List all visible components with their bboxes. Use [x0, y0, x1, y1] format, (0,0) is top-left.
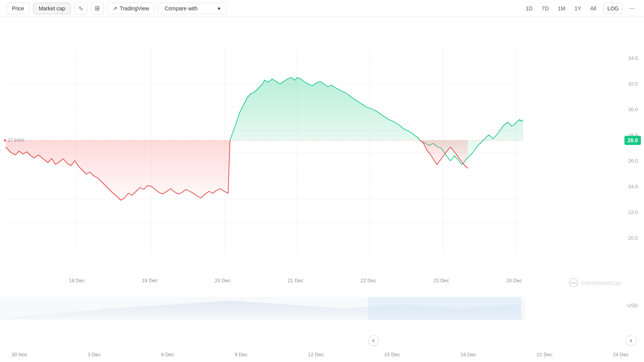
ref-price-dot — [4, 139, 6, 142]
bottom-date-3dec: 3 Dec — [88, 352, 101, 357]
price-chart-svg — [0, 17, 644, 362]
time-range-buttons: 1D 7D 1M 1Y All — [522, 3, 600, 13]
bottom-date-9dec: 9 Dec — [235, 352, 248, 357]
date-label-23dec: 23 Dec — [434, 278, 449, 283]
watermark-text: CoinMarketCap — [581, 280, 621, 286]
pause-icon-left: ⏸ — [371, 339, 375, 343]
svg-text:CMC: CMC — [570, 281, 578, 285]
currency-label: USD — [628, 303, 638, 308]
bottom-date-21dec-bottom: 21 Dec — [537, 352, 552, 357]
time-7d-btn[interactable]: 7D — [538, 3, 552, 13]
bottom-timeline-labels: 30 Nov 3 Dec 6 Dec 9 Dec 12 Dec 15 Dec 1… — [0, 352, 636, 357]
ref-price-value: 27.8466 — [8, 138, 24, 143]
candle-chart-btn[interactable]: ⊞ — [90, 2, 104, 15]
compare-label: Compare with — [164, 5, 197, 12]
line-chart-btn[interactable]: ∿ — [74, 2, 87, 15]
market-cap-tab[interactable]: Market cap — [33, 3, 71, 14]
date-label-20dec: 20 Dec — [215, 278, 230, 283]
y-label-32: 32.0 — [628, 81, 638, 87]
chart-toolbar: Price Market cap ∿ ⊞ ↗ TradingView Compa… — [0, 0, 644, 17]
cmc-logo-icon: CMC — [569, 278, 578, 287]
price-tab[interactable]: Price — [6, 3, 30, 14]
y-label-30: 30.0 — [628, 107, 638, 112]
y-axis-labels: 34.0 32.0 30.0 28.0 26.0 24.0 22.0 20.0 — [628, 55, 638, 241]
bottom-date-24dec-bottom: 24 Dec — [613, 352, 629, 357]
bottom-date-6dec: 6 Dec — [161, 352, 174, 357]
tradingview-btn[interactable]: ↗ TradingView — [107, 3, 155, 14]
current-price-badge: 28.0 — [624, 136, 641, 145]
pause-icon-right: ⏸ — [629, 339, 633, 343]
x-axis-labels: 18 Dec 19 Dec 20 Dec 21 Dec 22 Dec 23 De… — [0, 278, 525, 283]
bottom-date-30nov: 30 Nov — [12, 352, 27, 357]
y-label-24: 24.0 — [628, 184, 638, 189]
time-1d-btn[interactable]: 1D — [522, 3, 536, 13]
date-label-21dec: 21 Dec — [288, 278, 303, 283]
y-label-22: 22.0 — [628, 209, 638, 215]
tradingview-icon: ↗ — [113, 5, 117, 12]
chevron-down-icon: ▾ — [218, 5, 220, 12]
bottom-date-15dec: 15 Dec — [384, 352, 400, 357]
date-label-24dec: 24 Dec — [506, 278, 522, 283]
ref-price-label: 27.8466 — [4, 138, 24, 143]
more-options-btn[interactable]: ··· — [626, 2, 638, 14]
date-label-19dec: 19 Dec — [142, 278, 158, 283]
chart-container: 27.8466 34.0 32.0 30.0 28.0 26.0 24.0 22… — [0, 17, 644, 362]
more-icon: ··· — [629, 4, 635, 12]
date-label-22dec: 22 Dec — [361, 278, 376, 283]
timeline-handle-left[interactable]: ⏸ — [368, 335, 379, 346]
date-label-18dec: 18 Dec — [69, 278, 85, 283]
bottom-date-18dec-bottom: 18 Dec — [460, 352, 476, 357]
y-label-34: 34.0 — [628, 55, 638, 61]
bottom-date-12dec: 12 Dec — [308, 352, 324, 357]
time-all-btn[interactable]: All — [586, 3, 600, 13]
tradingview-label: TradingView — [120, 5, 149, 12]
coinmarketcap-watermark: CMC CoinMarketCap — [569, 278, 621, 287]
y-label-20: 20.0 — [628, 235, 638, 241]
time-1y-btn[interactable]: 1Y — [571, 3, 585, 13]
log-btn[interactable]: LOG — [603, 3, 623, 14]
y-label-26: 26.0 — [628, 158, 638, 164]
timeline-handle-right[interactable]: ⏸ — [626, 335, 636, 346]
time-1m-btn[interactable]: 1M — [554, 3, 569, 13]
svg-rect-17 — [368, 297, 521, 320]
compare-with-btn[interactable]: Compare with ▾ — [158, 3, 227, 14]
line-chart-icon: ∿ — [78, 5, 83, 12]
candle-chart-icon: ⊞ — [95, 5, 100, 12]
